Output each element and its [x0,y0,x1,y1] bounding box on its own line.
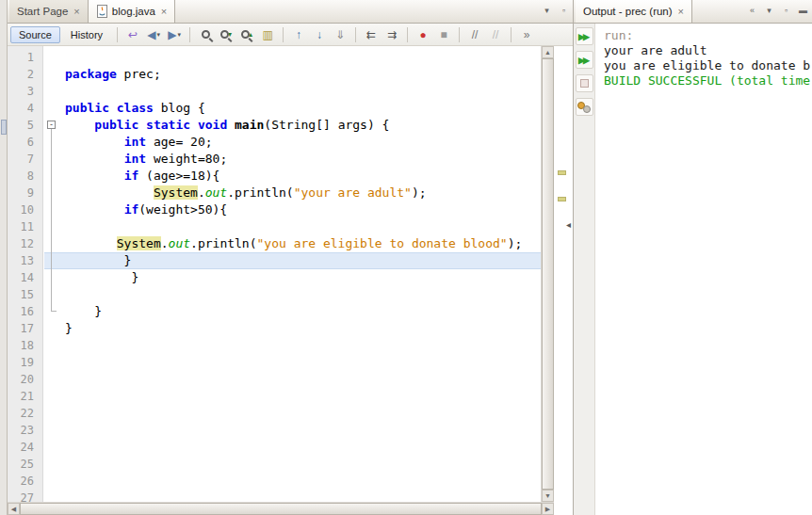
history-view-button[interactable]: History [62,26,111,43]
code-line-15[interactable] [44,286,541,303]
line-number[interactable]: 8 [8,168,42,185]
line-number[interactable]: 13 [8,252,42,269]
code-line-11[interactable] [44,218,541,235]
minimize-window-button[interactable]: ▬ [796,4,810,18]
uncomment-button[interactable]: // [486,25,505,44]
line-number[interactable]: 2 [8,66,42,83]
line-number[interactable]: 1 [8,49,42,66]
find-selection-button[interactable] [196,25,215,44]
maximize-window-button[interactable]: ▫ [557,4,571,18]
scroll-tabs-left-button[interactable]: « [745,4,759,18]
code-line-26[interactable] [44,473,541,490]
code-line-24[interactable] [44,439,541,456]
code-line-18[interactable] [44,337,541,354]
line-number[interactable]: 27 [8,490,42,502]
code-line-13[interactable]: } [44,252,541,269]
code-line-10[interactable]: if(weight>50){ [44,201,541,218]
code-line-19[interactable] [44,354,541,371]
tab-list-button[interactable]: ▾ [540,4,554,18]
ant-settings-button[interactable] [576,98,593,116]
code-line-27[interactable] [44,490,541,502]
code-line-23[interactable] [44,422,541,439]
code-line-4[interactable]: public class blog { [44,100,541,117]
scroll-right-button[interactable]: ▶ [542,503,554,515]
code-line-8[interactable]: if (age>=18){ [44,168,541,185]
splitter-collapse-arrow[interactable]: ◂ [566,220,571,230]
line-number[interactable]: 16 [8,303,42,320]
shift-line-left-button[interactable]: ⇇ [362,25,381,44]
line-number[interactable]: 15 [8,286,42,303]
close-icon[interactable]: × [73,7,79,17]
error-stripe-mark[interactable] [558,197,566,201]
code-line-21[interactable] [44,388,541,405]
line-number[interactable]: 18 [8,337,42,354]
stop-build-button[interactable] [576,74,593,92]
line-number[interactable]: 23 [8,422,42,439]
code-area[interactable]: package prec;public class blog { public … [44,46,541,502]
code-line-7[interactable]: int weight=80; [44,151,541,168]
code-line-20[interactable] [44,371,541,388]
previous-bookmark-button[interactable]: ↑ [289,25,308,44]
shift-line-right-button[interactable]: ⇉ [382,25,401,44]
rerun-button[interactable]: ▶▶ [576,27,593,45]
dropdown-arrow-icon[interactable]: ▾ [156,31,160,38]
code-line-25[interactable] [44,456,541,473]
line-number[interactable]: 7 [8,151,42,168]
line-number[interactable]: 5 [8,117,42,134]
scroll-left-button[interactable]: ◀ [8,503,20,515]
code-line-2[interactable]: package prec; [44,66,541,83]
scrollbar-thumb[interactable] [542,58,554,490]
line-number[interactable]: 4 [8,100,42,117]
vertical-scrollbar[interactable]: ▲ ▼ [541,46,554,502]
scroll-up-button[interactable]: ▲ [542,46,554,58]
source-view-button[interactable]: Source [10,26,60,43]
line-number[interactable]: 21 [8,388,42,405]
code-line-17[interactable]: } [44,320,541,337]
tab-start-page[interactable]: Start Page × [9,0,89,23]
forward-button[interactable]: ▶▾ [165,25,184,44]
toggle-bookmark-button[interactable]: ⇓ [331,25,349,44]
line-number[interactable]: 14 [8,269,42,286]
toggle-highlight-search-button[interactable]: ▥ [258,25,277,44]
fold-collapse-icon[interactable]: - [47,121,56,129]
back-button[interactable]: ◀▾ [144,25,163,44]
line-number[interactable]: 24 [8,439,42,456]
line-number[interactable]: 22 [8,405,42,422]
code-line-5[interactable]: public static void main(String[] args) { [44,117,541,134]
line-number[interactable]: 9 [8,185,42,201]
code-line-16[interactable]: } [44,303,541,320]
output-console[interactable]: run:your are adultyou are eligible to do… [596,24,812,515]
code-line-1[interactable] [44,49,541,66]
float-window-button[interactable]: ▫ [779,4,793,18]
tab-output[interactable]: Output - prec (run) × [576,0,692,23]
tab-list-button[interactable]: ▾ [762,4,776,18]
close-icon[interactable]: × [161,7,167,17]
line-number[interactable]: 11 [8,218,42,235]
find-next-occurrence-button[interactable]: ▾ [217,25,235,44]
code-line-12[interactable]: System.out.println("you are eligible to … [44,235,541,252]
code-line-14[interactable]: } [44,269,541,286]
line-number[interactable]: 6 [8,134,42,151]
last-edit-location-button[interactable]: ↩ [123,25,142,44]
line-number[interactable]: 3 [8,83,42,100]
find-previous-occurrence-button[interactable]: ▴ [237,25,256,44]
toolbar-overflow-button[interactable]: » [517,25,536,44]
line-number[interactable]: 10 [8,201,42,218]
rerun-with-options-button[interactable]: ▶▶ [576,51,593,69]
close-icon[interactable]: × [678,7,684,17]
stop-macro-recording-button[interactable]: ■ [434,25,453,44]
collapsed-window-button[interactable] [1,120,7,135]
line-number[interactable]: 25 [8,456,42,473]
code-line-9[interactable]: System.out.println("your are adult"); [44,185,541,201]
scroll-down-button[interactable]: ▼ [542,490,554,502]
start-macro-recording-button[interactable]: ● [414,25,432,44]
tab-blog-java[interactable]: blog.java × [89,0,175,23]
horizontal-scrollbar[interactable]: ◀ ▶ [8,502,554,515]
line-number[interactable]: 26 [8,473,42,490]
comment-button[interactable]: // [465,25,484,44]
line-number[interactable]: 12 [8,235,42,252]
line-number[interactable]: 17 [8,320,42,337]
code-line-6[interactable]: int age= 20; [44,134,541,151]
error-stripe-mark[interactable] [558,170,566,175]
line-number[interactable]: 20 [8,371,42,388]
